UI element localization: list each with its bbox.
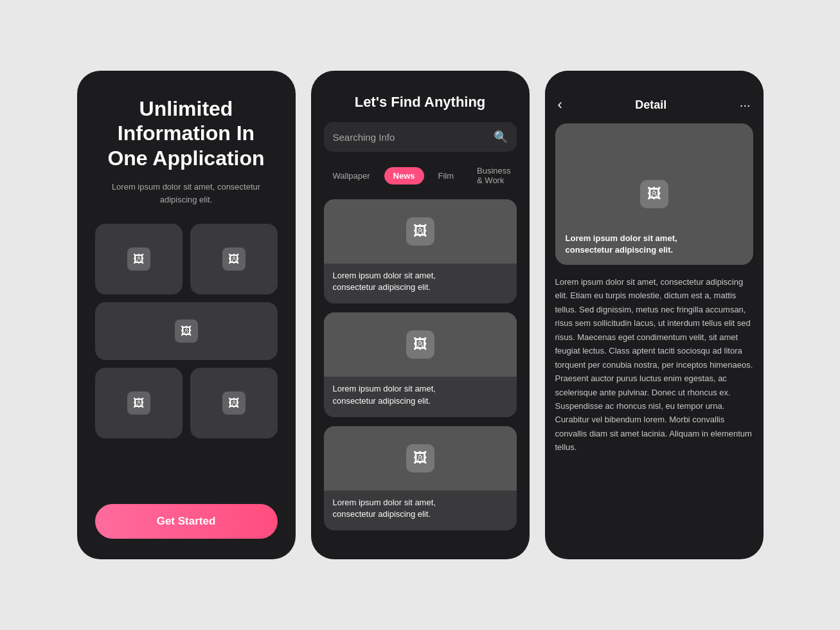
detail-hero-caption: Lorem ipsum dolor sit amet,consectetur a… — [566, 233, 677, 256]
news-card-3[interactable]: 🖼 Lorem ipsum dolor sit amet,consectetur… — [324, 426, 517, 530]
news-card-text-3: Lorem ipsum dolor sit amet,consectetur a… — [324, 497, 517, 520]
news-card-2[interactable]: 🖼 Lorem ipsum dolor sit amet,consectetur… — [324, 312, 517, 417]
news-card-image-3: 🖼 — [324, 426, 517, 491]
hero-image-icon: 🖼 — [640, 180, 668, 208]
detail-body: Lorem ipsum dolor sit amet, consectetur … — [545, 265, 764, 559]
news-card-text-1: Lorem ipsum dolor sit amet,consectetur a… — [324, 270, 517, 293]
screen1-title: Unlimited Information In One Application — [95, 96, 278, 170]
news-card-list: 🖼 Lorem ipsum dolor sit amet,consectetur… — [324, 199, 517, 530]
search-bar[interactable]: Searching Info 🔍 — [324, 122, 517, 152]
grid-row-1: 🖼 🖼 — [95, 224, 278, 294]
search-icon[interactable]: 🔍 — [494, 130, 508, 144]
news-card-1[interactable]: 🖼 Lorem ipsum dolor sit amet,consectetur… — [324, 199, 517, 303]
screen1-subtitle: Lorem ipsum dolor sit amet, consectetur … — [95, 181, 278, 206]
image-icon-4: 🖼 — [127, 392, 150, 415]
image-icon-card-1: 🖼 — [406, 217, 434, 246]
grid-card-1: 🖼 — [95, 224, 183, 294]
news-card-text-2: Lorem ipsum dolor sit amet,consectetur a… — [324, 383, 517, 406]
filter-business[interactable]: Business & Work — [468, 162, 520, 189]
grid-card-5: 🖼 — [190, 368, 278, 438]
filter-wallpaper[interactable]: Wallpaper — [324, 167, 379, 184]
news-card-image-1: 🖼 — [324, 199, 517, 264]
image-icon-card-3: 🖼 — [406, 444, 434, 473]
news-card-image-2: 🖼 — [324, 312, 517, 377]
grid-card-2: 🖼 — [190, 224, 278, 294]
screen-1: Unlimited Information In One Application… — [77, 71, 296, 559]
image-icon-1: 🖼 — [127, 248, 150, 271]
image-icon-card-2: 🖼 — [406, 330, 434, 359]
filter-tabs: Wallpaper News Film Business & Work — [324, 162, 517, 189]
grid-row-2: 🖼 — [95, 302, 278, 360]
screen2-title: Let's Find Anything — [324, 94, 517, 111]
filter-news[interactable]: News — [384, 167, 424, 184]
grid-row-3: 🖼 🖼 — [95, 368, 278, 438]
image-grid: 🖼 🖼 🖼 🖼 🖼 — [95, 224, 278, 489]
image-icon-5: 🖼 — [222, 392, 246, 415]
detail-header: ‹ Detail ··· — [545, 71, 764, 123]
screen-3: ‹ Detail ··· 🖼 Lorem ipsum dolor sit ame… — [545, 71, 764, 559]
detail-hero-image: 🖼 Lorem ipsum dolor sit amet,consectetur… — [555, 123, 753, 265]
get-started-button[interactable]: Get Started — [95, 504, 278, 539]
grid-card-3: 🖼 — [95, 302, 278, 360]
filter-film[interactable]: Film — [429, 167, 463, 184]
grid-card-4: 🖼 — [95, 368, 183, 438]
screen-2: Let's Find Anything Searching Info 🔍 Wal… — [311, 71, 530, 559]
image-icon-2: 🖼 — [222, 248, 246, 271]
menu-button[interactable]: ··· — [740, 98, 751, 113]
detail-body-text: Lorem ipsum dolor sit amet, consectetur … — [555, 275, 753, 455]
back-button[interactable]: ‹ — [558, 96, 562, 113]
detail-title: Detail — [635, 98, 666, 112]
image-icon-3: 🖼 — [175, 320, 198, 343]
search-placeholder: Searching Info — [333, 132, 488, 143]
